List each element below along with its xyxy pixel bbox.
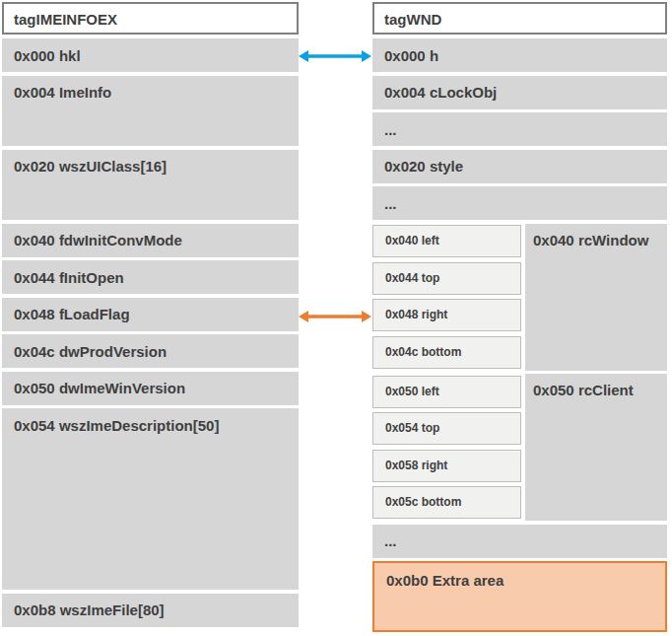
field-row: 0x044 fInitOpen [2,260,299,294]
field-row: ... [372,525,667,558]
field-row: 0x054 wszImeDescription[50] [2,408,299,590]
rect-group: 0x040 left0x044 top0x048 right0x04c bott… [372,224,667,371]
field-row: 0x000 hkl [2,38,299,72]
field-row: ... [372,186,667,220]
rect-subfield-row: 0x054 top [372,412,521,445]
field-row: 0x048 fLoadFlag [2,298,299,331]
double-arrow-icon-0x048 [298,306,372,327]
rect-subfield-row: 0x040 left [372,225,521,257]
rect-subfield-row: 0x05c bottom [372,486,521,519]
rect-subfields: 0x040 left0x044 top0x048 right0x04c bott… [372,225,521,373]
field-row: 0x020 wszUIClass[16] [2,150,299,221]
field-row: 0x0b8 wszImeFile[80] [2,594,299,627]
wnd-rows: 0x000 h0x004 cLockObj...0x020 style...0x… [372,38,667,632]
rect-subfield-row: 0x048 right [372,299,521,331]
rect-group: 0x050 left0x054 top0x058 right0x05c bott… [372,374,667,521]
field-row: 0x020 style [372,150,667,183]
rect-subfield-row: 0x058 right [372,450,521,482]
struct-wnd-title: tagWND [372,2,667,35]
rect-group-label: 0x050 rcClient [525,374,667,521]
struct-wnd: tagWND 0x000 h0x004 cLockObj...0x020 sty… [372,2,667,636]
rect-group-label: 0x040 rcWindow [525,224,667,371]
field-row: 0x040 fdwInitConvMode [2,224,299,257]
field-row: 0x000 h [372,38,667,72]
struct-imeinfoex-title: tagIMEINFOEX [2,2,299,35]
rect-subfields: 0x050 left0x054 top0x058 right0x05c bott… [372,376,521,524]
rect-subfield-row: 0x04c bottom [372,336,521,369]
field-row: 0x050 dwImeWinVersion [2,372,299,405]
struct-layout-diagram: tagIMEINFOEX 0x000 hkl0x004 ImeInfo0x020… [0,0,672,636]
struct-imeinfoex: tagIMEINFOEX 0x000 hkl0x004 ImeInfo0x020… [2,2,299,630]
field-row: 0x04c dwProdVersion [2,334,299,368]
extra-area-row: 0x0b0 Extra area [372,561,667,632]
imeinfoex-rows: 0x000 hkl0x004 ImeInfo0x020 wszUIClass[1… [2,38,299,627]
rect-subfield-row: 0x050 left [372,376,521,408]
double-arrow-icon-0x000 [298,45,372,67]
field-row: ... [372,112,667,146]
rect-subfield-row: 0x044 top [372,262,521,295]
field-row: 0x004 ImeInfo [2,76,299,147]
field-row: 0x004 cLockObj [372,76,667,109]
